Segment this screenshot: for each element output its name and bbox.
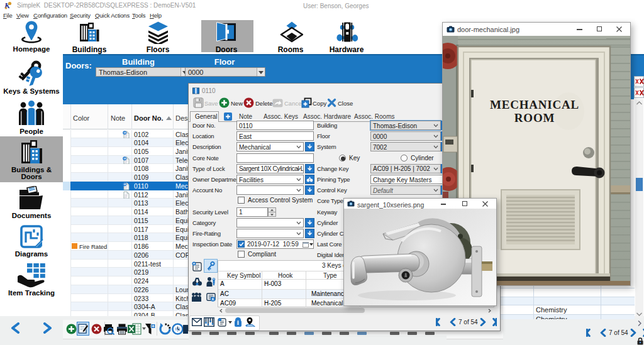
- svg-text:MECHANICAL: MECHANICAL: [490, 98, 579, 111]
- svg-text:ROOM: ROOM: [514, 111, 555, 124]
